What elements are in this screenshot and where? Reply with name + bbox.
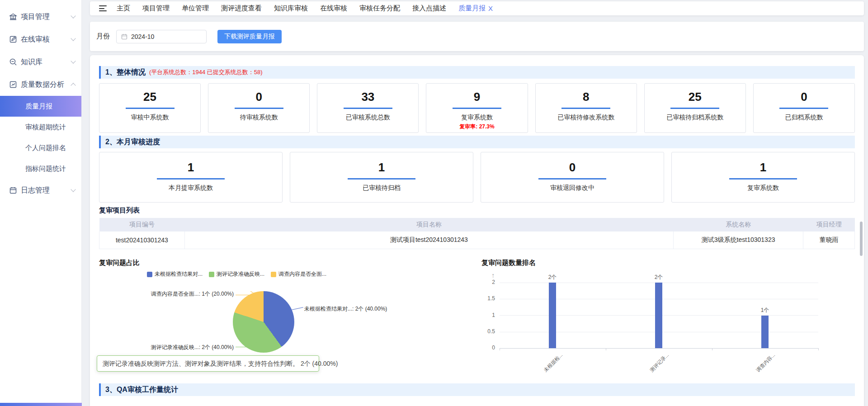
sidebar-subitem-label: 审核超期统计 <box>25 123 66 132</box>
stat-underline <box>779 108 828 109</box>
nav-tab-task-assignment[interactable]: 审核任务分配 <box>359 4 400 13</box>
stat-label: 已审核系统总数 <box>317 113 418 122</box>
sidebar-item-label: 知识库 <box>21 57 71 67</box>
stat-card-month-reviewed-to-archive: 1 已审核待归档 <box>290 152 473 203</box>
sidebar-subitem-personal-issue-ranking[interactable]: 个人问题排名 <box>0 137 81 158</box>
edit-icon <box>9 35 17 43</box>
stat-underline <box>344 108 392 109</box>
col-project-manager: 项目经理 <box>803 218 855 231</box>
month-picker-value: 2024-10 <box>131 33 154 40</box>
cell-project-name: 测试项目test202410301243 <box>184 231 673 249</box>
sidebar-item-label: 质量数据分析 <box>21 80 71 90</box>
section-monthly-header: 2、本月审核进度 <box>99 136 855 148</box>
chevron-down-icon <box>71 58 75 63</box>
sidebar-item-project-management[interactable]: 项目管理 <box>0 5 81 28</box>
sidebar-bottom-strip <box>0 403 82 406</box>
section-overview-title: 1、整体情况 <box>105 68 146 77</box>
top-nav-bar: 主页 项目管理 单位管理 测评进度查看 知识库审核 在线审核 审核任务分配 接入… <box>90 1 864 15</box>
pie-callout-right: 未根据检查结果对...: 2个 (40.00%) <box>304 305 387 313</box>
sidebar-subitem-quality-monthly-report[interactable]: 质量月报 <box>0 96 81 117</box>
sidebar-item-label: 在线审核 <box>21 35 71 44</box>
stat-label: 已审核待归档系统数 <box>645 113 745 122</box>
stat-underline <box>235 108 283 109</box>
col-project-name: 项目名称 <box>184 218 673 231</box>
stat-label: 审核中系统数 <box>99 113 200 122</box>
download-report-button[interactable]: 下载测评质量月报 <box>217 30 282 43</box>
stat-label: 已审核待归档 <box>290 184 473 192</box>
pie-tooltip: 测评记录准确反映测评方法、测评对象及测评结果，支持符合性判断。 2个 (40.0… <box>97 355 319 372</box>
sidebar-subitem-label: 指标问题统计 <box>25 165 66 173</box>
pie-chart-title: 复审问题占比 <box>99 259 140 267</box>
pie-callout-line <box>292 307 303 310</box>
sidebar-subitem-review-overdue-stats[interactable]: 审核超期统计 <box>0 117 81 137</box>
sidebar-subitem-indicator-issue-stats[interactable]: 指标问题统计 <box>0 158 81 179</box>
stat-label: 本月提审系统数 <box>99 184 282 192</box>
x-tick <box>500 348 500 350</box>
bar-value-label: 2个 <box>645 274 672 281</box>
review-table-title: 复审项目列表 <box>99 206 140 215</box>
sidebar-item-quality-data-analysis[interactable]: 质量数据分析 <box>0 73 81 96</box>
menu-fold-icon[interactable] <box>99 5 107 11</box>
bar[interactable] <box>761 316 769 349</box>
review-project-table: 项目编号 项目名称 系统名称 项目经理 test202410301243 测试项… <box>99 218 855 249</box>
x-category-label: 调查内容... <box>755 352 776 373</box>
bar[interactable] <box>655 283 662 348</box>
pie-callout-line <box>236 295 251 295</box>
sidebar-item-knowledge-base[interactable]: 知识库 <box>0 51 81 73</box>
stat-label: 已审核待修改系统数 <box>536 113 637 122</box>
sidebar-item-online-review[interactable]: 在线审核 <box>0 28 81 51</box>
stat-label: 审核退回修改中 <box>481 184 664 192</box>
cell-project-id: test202410301243 <box>99 231 185 249</box>
scrollbar-thumb[interactable] <box>860 222 863 256</box>
stat-card-re-review: 9 复审系统数 复审率: 27.3% <box>426 83 528 133</box>
chart-doc-icon <box>9 80 17 89</box>
app-window: 项目管理 在线审核 知识库 质量数据分析 质量月报 <box>0 0 868 406</box>
sidebar-item-log-management[interactable]: 日志管理 <box>0 179 81 202</box>
sidebar-item-label: 日志管理 <box>21 186 71 195</box>
nav-tab-home[interactable]: 主页 <box>117 4 130 13</box>
nav-tab-quality-monthly-report-active[interactable]: 质量月报 X <box>458 4 493 13</box>
nav-tab-project-management[interactable]: 项目管理 <box>142 4 170 13</box>
col-project-id: 项目编号 <box>99 218 185 231</box>
nav-tab-online-review[interactable]: 在线审核 <box>320 4 347 13</box>
stat-card-month-submitted: 1 本月提审系统数 <box>99 152 283 203</box>
pie-circle[interactable] <box>233 291 294 353</box>
bank-icon <box>9 13 17 21</box>
nav-tab-access-point[interactable]: 接入点描述 <box>412 4 446 13</box>
stat-label: 已归档系统数 <box>754 113 854 122</box>
legend-item[interactable]: 调查内容是否全面... <box>271 270 326 278</box>
month-filter-label: 月份 <box>96 32 110 41</box>
nav-tab-knowledge-review[interactable]: 知识库审核 <box>274 4 308 13</box>
stat-value: 0 <box>754 90 854 104</box>
nav-tab-unit-management[interactable]: 单位管理 <box>182 4 209 13</box>
nav-tab-progress-view[interactable]: 测评进度查看 <box>221 4 262 13</box>
section-overview-note: (平台系统总数：1944 已提交系统总数：58) <box>149 68 263 76</box>
tab-close-icon[interactable]: X <box>488 5 493 12</box>
pie-legend: 未根据检查结果对... 测评记录准确反映... 调查内容是否全面... <box>147 270 326 278</box>
section-monthly-title: 2、本月审核进度 <box>105 137 160 147</box>
log-icon <box>9 186 17 194</box>
x-category-label: 未根据检... <box>542 352 564 373</box>
stat-label: 复审系统数 <box>426 113 527 122</box>
legend-swatch-green <box>209 272 214 277</box>
stat-underline <box>729 178 797 179</box>
pie-callout-bottom-left: 测评记录准确反映...: 2个 (40.00%) <box>139 344 234 351</box>
legend-item[interactable]: 测评记录准确反映... <box>209 270 264 278</box>
stat-value: 8 <box>536 90 637 104</box>
bar[interactable] <box>549 283 556 348</box>
legend-item[interactable]: 未根据检查结果对... <box>147 270 203 278</box>
stat-label: 待审核系统数 <box>208 113 309 122</box>
chevron-down-icon <box>71 36 75 41</box>
legend-swatch-yellow <box>271 272 276 277</box>
table-row[interactable]: test202410301243 测试项目test202410301243 测试… <box>99 231 855 249</box>
cell-project-manager: 董晓雨 <box>803 231 855 249</box>
x-tick <box>606 348 606 350</box>
stat-card-reviewing: 25 审核中系统数 <box>99 83 201 133</box>
overview-stat-row: 25 审核中系统数 0 待审核系统数 33 已审核系统总数 9 <box>99 83 855 133</box>
x-tick <box>818 348 819 350</box>
y-tick-label: 1.5 <box>477 295 495 302</box>
cell-system-name: 测试3级系统test10301323 <box>673 231 803 249</box>
table-header-row: 项目编号 项目名称 系统名称 项目经理 <box>99 218 855 231</box>
stat-value: 0 <box>481 161 664 175</box>
month-picker-input[interactable]: 2024-10 <box>116 30 207 43</box>
